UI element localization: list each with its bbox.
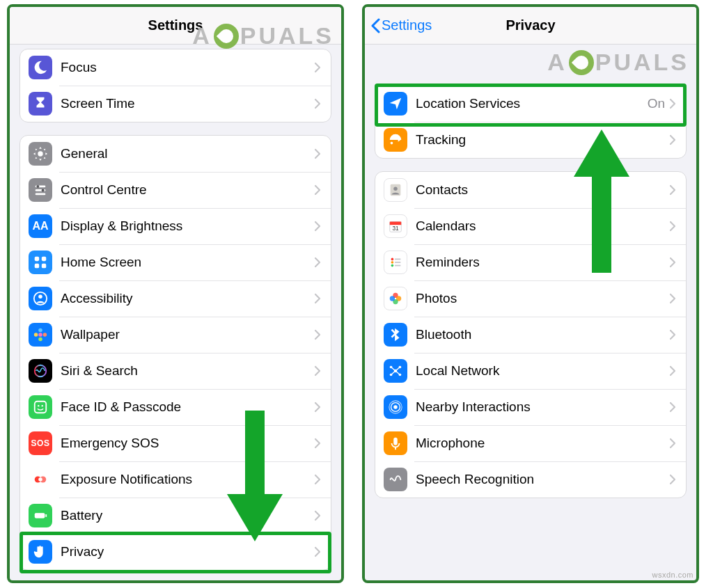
row-battery[interactable]: Battery <box>20 498 331 534</box>
svg-rect-39 <box>395 265 400 267</box>
exposure-notif-label: Exposure Notifications <box>61 472 314 487</box>
privacy-group-location: Location ServicesOnTracking <box>375 85 687 159</box>
row-emergency-sos[interactable]: SOSEmergency SOS <box>20 425 331 461</box>
svg-point-28 <box>391 142 393 145</box>
row-display-brightness[interactable]: AADisplay & Brightness <box>20 208 331 244</box>
settings-scroll[interactable]: FocusScreen Time GeneralControl CentreAA… <box>10 45 341 580</box>
svg-point-14 <box>38 337 42 342</box>
bluetooth-label: Bluetooth <box>416 327 669 342</box>
row-control-centre[interactable]: Control Centre <box>20 172 331 208</box>
navbar: Settings <box>10 7 341 45</box>
svg-rect-18 <box>35 402 47 413</box>
calendars-label: Calendars <box>416 218 669 234</box>
row-siri-search[interactable]: Siri & Search <box>20 353 331 389</box>
chevron-right-icon <box>669 474 676 485</box>
chevron-right-icon <box>314 257 321 268</box>
contacts-icon <box>384 178 407 202</box>
reminders-icon <box>384 251 407 274</box>
location-services-icon <box>384 92 407 116</box>
emergency-sos-label: Emergency SOS <box>61 436 314 451</box>
nearby-interactions-icon <box>384 395 407 419</box>
row-faceid-passcode[interactable]: Face ID & Passcode <box>20 389 331 425</box>
privacy-scroll[interactable]: Location ServicesOnTracking Contacts31Ca… <box>365 45 696 580</box>
row-local-network[interactable]: Local Network <box>375 353 686 389</box>
svg-point-34 <box>391 258 394 261</box>
chevron-right-icon <box>314 329 321 340</box>
row-focus[interactable]: Focus <box>20 49 331 86</box>
svg-point-35 <box>391 261 394 264</box>
svg-point-20 <box>42 405 43 406</box>
row-contacts[interactable]: Contacts <box>375 172 686 208</box>
row-reminders[interactable]: Reminders <box>375 244 686 280</box>
settings-group-general: GeneralControl CentreAADisplay & Brightn… <box>19 135 331 571</box>
row-wallpaper[interactable]: Wallpaper <box>20 317 331 353</box>
screen-time-icon <box>29 92 52 116</box>
chevron-right-icon <box>314 221 321 232</box>
tracking-label: Tracking <box>416 132 669 148</box>
emergency-sos-icon: SOS <box>29 431 52 455</box>
display-brightness-icon: AA <box>29 214 52 238</box>
general-icon <box>29 142 52 166</box>
svg-rect-53 <box>395 447 396 450</box>
accessibility-label: Accessibility <box>61 291 314 306</box>
svg-rect-8 <box>35 264 39 268</box>
svg-rect-32 <box>390 222 402 225</box>
svg-rect-6 <box>35 257 39 261</box>
microphone-icon <box>384 431 407 455</box>
chevron-right-icon <box>314 474 321 485</box>
privacy-group-data: Contacts31CalendarsRemindersPhotosBlueto… <box>375 171 687 498</box>
svg-rect-37 <box>395 259 400 260</box>
row-bluetooth[interactable]: Bluetooth <box>375 317 686 353</box>
siri-search-icon <box>29 359 52 383</box>
row-home-screen[interactable]: Home Screen <box>20 244 331 280</box>
chevron-right-icon <box>669 438 676 449</box>
row-tracking[interactable]: Tracking <box>375 122 686 158</box>
row-screen-time[interactable]: Screen Time <box>20 86 331 122</box>
row-photos[interactable]: Photos <box>375 280 686 317</box>
exposure-notif-icon <box>29 468 52 491</box>
svg-point-11 <box>38 295 42 299</box>
chevron-right-icon <box>669 329 676 340</box>
svg-rect-24 <box>35 513 45 518</box>
row-privacy[interactable]: Privacy <box>20 534 331 570</box>
svg-point-23 <box>38 477 42 482</box>
back-button[interactable]: Settings <box>370 7 432 44</box>
location-services-label: Location Services <box>416 96 648 111</box>
svg-point-15 <box>34 333 38 337</box>
chevron-right-icon <box>669 98 676 109</box>
calendars-icon: 31 <box>384 214 407 238</box>
row-microphone[interactable]: Microphone <box>375 425 686 461</box>
chevron-right-icon <box>669 221 676 232</box>
chevron-right-icon <box>314 148 321 159</box>
siri-search-label: Siri & Search <box>61 363 314 379</box>
image-credit: wsxdn.com <box>652 571 694 579</box>
home-screen-label: Home Screen <box>61 255 314 270</box>
battery-icon <box>29 504 52 527</box>
page-title: Privacy <box>506 17 555 33</box>
row-location-services[interactable]: Location ServicesOn <box>375 86 686 122</box>
chevron-right-icon <box>314 546 321 557</box>
svg-rect-7 <box>42 257 46 261</box>
chevron-right-icon <box>669 293 676 304</box>
chevron-right-icon <box>314 62 321 73</box>
row-calendars[interactable]: 31Calendars <box>375 208 686 244</box>
photos-label: Photos <box>416 291 669 306</box>
svg-text:31: 31 <box>392 225 399 232</box>
speech-recognition-icon <box>384 468 407 491</box>
row-speech-recognition[interactable]: Speech Recognition <box>375 461 686 498</box>
chevron-right-icon <box>314 293 321 304</box>
chevron-right-icon <box>314 438 321 449</box>
row-general[interactable]: General <box>20 136 331 172</box>
svg-point-19 <box>38 405 39 406</box>
row-exposure-notif[interactable]: Exposure Notifications <box>20 461 331 498</box>
focus-label: Focus <box>61 60 314 75</box>
reminders-label: Reminders <box>416 255 669 270</box>
privacy-label: Privacy <box>61 544 314 559</box>
row-accessibility[interactable]: Accessibility <box>20 280 331 317</box>
navbar: Settings Privacy <box>365 7 696 45</box>
chevron-right-icon <box>669 402 676 413</box>
svg-rect-9 <box>42 264 46 268</box>
page-title: Settings <box>148 17 203 33</box>
nearby-interactions-label: Nearby Interactions <box>416 399 669 415</box>
row-nearby-interactions[interactable]: Nearby Interactions <box>375 389 686 425</box>
